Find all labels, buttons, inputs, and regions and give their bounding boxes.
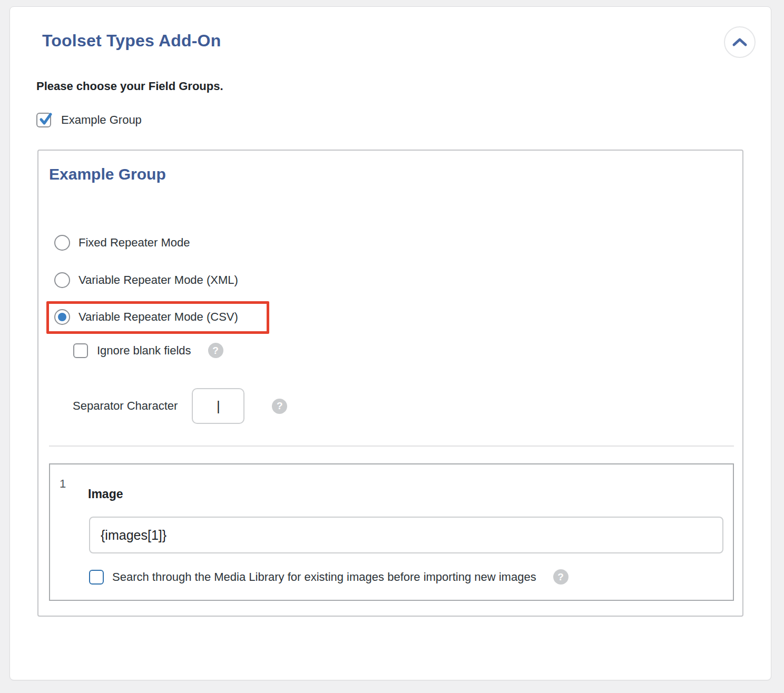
toolset-addon-panel: Toolset Types Add-On Please choose your … [9,6,771,680]
mode-row-variable-csv: Variable Repeater Mode (CSV) [54,309,238,325]
example-group-checkbox[interactable] [36,113,51,127]
fixed-repeater-radio[interactable] [54,235,70,251]
field-groups-prompt: Please choose your Field Groups. [36,80,223,93]
field-group-option-row: Example Group [36,113,142,127]
variable-xml-label[interactable]: Variable Repeater Mode (XML) [79,273,238,287]
ignore-blank-fields-checkbox[interactable] [73,343,88,358]
repeater-item-box: 1 Image Search through the Media Library… [49,463,734,601]
example-group-checkbox-label[interactable]: Example Group [61,113,142,127]
chevron-up-icon [732,37,748,47]
ignore-blank-fields-row: Ignore blank fields ? [73,343,223,358]
media-library-search-checkbox[interactable] [89,570,104,585]
collapse-button[interactable] [724,26,756,58]
mode-row-fixed-repeater: Fixed Repeater Mode [54,235,190,251]
example-group-box: Example Group Fixed Repeater Mode Variab… [37,150,743,617]
separator-character-row: Separator Character ? [73,388,287,424]
separator-character-help-icon[interactable]: ? [272,399,287,414]
checkmark-icon [38,112,54,127]
image-field-label: Image [88,487,123,501]
variable-csv-radio[interactable] [54,309,70,325]
media-library-search-label[interactable]: Search through the Media Library for exi… [112,570,536,584]
section-divider [49,445,734,447]
ignore-blank-fields-label[interactable]: Ignore blank fields [97,344,191,358]
repeater-item-index: 1 [60,477,66,491]
variable-xml-radio[interactable] [54,272,70,288]
separator-character-input[interactable] [192,388,244,424]
panel-title: Toolset Types Add-On [42,31,221,51]
group-heading: Example Group [49,165,166,183]
variable-csv-label[interactable]: Variable Repeater Mode (CSV) [79,310,238,324]
separator-character-label: Separator Character [73,399,178,413]
fixed-repeater-label[interactable]: Fixed Repeater Mode [79,236,190,250]
mode-row-variable-xml: Variable Repeater Mode (XML) [54,272,238,288]
media-library-search-row: Search through the Media Library for exi… [89,569,569,585]
image-field-input[interactable] [89,517,723,553]
media-library-search-help-icon[interactable]: ? [553,569,569,585]
ignore-blank-help-icon[interactable]: ? [208,343,223,358]
